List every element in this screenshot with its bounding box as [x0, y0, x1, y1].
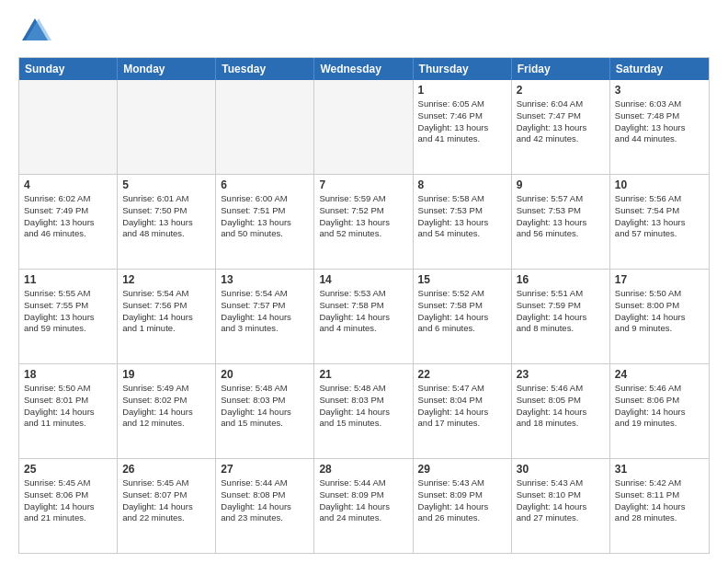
- cell-line: Daylight: 14 hours: [418, 501, 506, 513]
- cell-line: Sunset: 8:11 PM: [615, 489, 704, 501]
- cell-line: Sunrise: 6:02 AM: [24, 193, 112, 205]
- day-number: 4: [24, 178, 112, 191]
- weekday-header-sunday: Sunday: [19, 58, 118, 80]
- cell-line: Sunset: 7:52 PM: [319, 205, 407, 217]
- cell-line: and 18 minutes.: [517, 418, 605, 430]
- day-number: 22: [418, 368, 506, 381]
- cell-line: and 12 minutes.: [122, 418, 210, 430]
- calendar-row-0: 1Sunrise: 6:05 AMSunset: 7:46 PMDaylight…: [19, 80, 709, 175]
- day-number: 13: [221, 273, 309, 286]
- calendar-cell-day-28: 28Sunrise: 5:44 AMSunset: 8:09 PMDayligh…: [314, 459, 413, 553]
- day-number: 26: [122, 463, 210, 476]
- cell-line: Sunrise: 6:00 AM: [221, 193, 309, 205]
- cell-line: Sunset: 8:00 PM: [615, 300, 704, 312]
- cell-line: and 56 minutes.: [517, 228, 605, 240]
- cell-line: Sunset: 7:54 PM: [615, 205, 704, 217]
- cell-line: Daylight: 13 hours: [418, 217, 506, 229]
- day-number: 7: [319, 178, 407, 191]
- calendar-cell-day-10: 10Sunrise: 5:56 AMSunset: 7:54 PMDayligh…: [610, 175, 709, 269]
- day-number: 17: [615, 273, 704, 286]
- day-number: 8: [418, 178, 506, 191]
- calendar-cell-empty-0-0: [19, 80, 118, 174]
- cell-line: Sunset: 7:58 PM: [319, 300, 407, 312]
- calendar-row-4: 25Sunrise: 5:45 AMSunset: 8:06 PMDayligh…: [19, 459, 709, 553]
- cell-line: Sunset: 7:48 PM: [615, 110, 704, 122]
- cell-line: Sunrise: 5:53 AM: [319, 288, 407, 300]
- calendar-header: SundayMondayTuesdayWednesdayThursdayFrid…: [19, 58, 709, 80]
- weekday-header-thursday: Thursday: [414, 58, 512, 80]
- cell-line: Daylight: 14 hours: [418, 407, 506, 419]
- cell-line: Sunrise: 6:05 AM: [418, 98, 506, 110]
- cell-line: and 22 minutes.: [122, 512, 210, 524]
- weekday-header-wednesday: Wednesday: [314, 58, 413, 80]
- day-number: 10: [615, 178, 704, 191]
- cell-line: Sunrise: 5:49 AM: [122, 383, 210, 395]
- day-number: 6: [221, 178, 309, 191]
- cell-line: and 46 minutes.: [24, 228, 112, 240]
- weekday-header-monday: Monday: [118, 58, 216, 80]
- calendar-cell-empty-0-2: [216, 80, 314, 174]
- weekday-header-saturday: Saturday: [610, 58, 709, 80]
- calendar-cell-day-4: 4Sunrise: 6:02 AMSunset: 7:49 PMDaylight…: [19, 175, 118, 269]
- calendar-row-2: 11Sunrise: 5:55 AMSunset: 7:55 PMDayligh…: [19, 270, 709, 364]
- cell-line: Sunset: 8:06 PM: [615, 395, 704, 407]
- day-number: 25: [24, 463, 112, 476]
- cell-line: Sunrise: 5:55 AM: [24, 288, 112, 300]
- calendar-cell-day-22: 22Sunrise: 5:47 AMSunset: 8:04 PMDayligh…: [414, 364, 512, 458]
- cell-line: Sunrise: 5:57 AM: [517, 193, 605, 205]
- cell-line: Sunset: 7:53 PM: [517, 205, 605, 217]
- cell-line: Sunset: 7:46 PM: [418, 110, 506, 122]
- cell-line: Sunrise: 5:44 AM: [319, 477, 407, 489]
- cell-line: Sunset: 8:07 PM: [122, 489, 210, 501]
- cell-line: Sunrise: 6:03 AM: [615, 98, 704, 110]
- cell-line: and 42 minutes.: [517, 133, 605, 145]
- cell-line: Daylight: 13 hours: [221, 217, 309, 229]
- cell-line: Daylight: 14 hours: [615, 407, 704, 419]
- cell-line: Sunrise: 5:43 AM: [517, 477, 605, 489]
- cell-line: Sunrise: 5:42 AM: [615, 477, 704, 489]
- calendar-cell-day-16: 16Sunrise: 5:51 AMSunset: 7:59 PMDayligh…: [512, 270, 610, 363]
- calendar-cell-empty-0-1: [118, 80, 216, 174]
- cell-line: Sunrise: 5:46 AM: [517, 383, 605, 395]
- calendar-cell-day-2: 2Sunrise: 6:04 AMSunset: 7:47 PMDaylight…: [512, 80, 610, 174]
- cell-line: Daylight: 14 hours: [517, 407, 605, 419]
- cell-line: Sunrise: 6:01 AM: [122, 193, 210, 205]
- day-number: 30: [517, 463, 605, 476]
- cell-line: Daylight: 14 hours: [24, 407, 112, 419]
- weekday-header-friday: Friday: [512, 58, 610, 80]
- day-number: 16: [517, 273, 605, 286]
- day-number: 20: [221, 368, 309, 381]
- cell-line: Sunset: 8:10 PM: [517, 489, 605, 501]
- cell-line: and 15 minutes.: [319, 418, 407, 430]
- calendar-cell-day-9: 9Sunrise: 5:57 AMSunset: 7:53 PMDaylight…: [512, 175, 610, 269]
- calendar-body: 1Sunrise: 6:05 AMSunset: 7:46 PMDaylight…: [19, 80, 709, 553]
- calendar-cell-day-20: 20Sunrise: 5:48 AMSunset: 8:03 PMDayligh…: [216, 364, 314, 458]
- calendar-cell-day-13: 13Sunrise: 5:54 AMSunset: 7:57 PMDayligh…: [216, 270, 314, 363]
- calendar-cell-day-26: 26Sunrise: 5:45 AMSunset: 8:07 PMDayligh…: [118, 459, 216, 553]
- day-number: 1: [418, 84, 506, 97]
- cell-line: Daylight: 13 hours: [517, 217, 605, 229]
- day-number: 9: [517, 178, 605, 191]
- cell-line: Daylight: 13 hours: [24, 217, 112, 229]
- cell-line: Sunset: 8:09 PM: [418, 489, 506, 501]
- cell-line: Sunset: 7:50 PM: [122, 205, 210, 217]
- cell-line: and 17 minutes.: [418, 418, 506, 430]
- cell-line: Sunset: 8:02 PM: [122, 395, 210, 407]
- day-number: 15: [418, 273, 506, 286]
- cell-line: Sunset: 8:04 PM: [418, 395, 506, 407]
- cell-line: Daylight: 14 hours: [319, 312, 407, 324]
- cell-line: and 26 minutes.: [418, 512, 506, 524]
- day-number: 12: [122, 273, 210, 286]
- cell-line: Sunset: 7:47 PM: [517, 110, 605, 122]
- calendar-cell-day-5: 5Sunrise: 6:01 AMSunset: 7:50 PMDaylight…: [118, 175, 216, 269]
- cell-line: and 48 minutes.: [122, 228, 210, 240]
- day-number: 24: [615, 368, 704, 381]
- cell-line: Sunset: 7:59 PM: [517, 300, 605, 312]
- cell-line: Daylight: 13 hours: [319, 217, 407, 229]
- cell-line: Daylight: 14 hours: [122, 312, 210, 324]
- day-number: 28: [319, 463, 407, 476]
- weekday-header-tuesday: Tuesday: [216, 58, 314, 80]
- cell-line: Sunset: 7:56 PM: [122, 300, 210, 312]
- cell-line: Sunset: 7:53 PM: [418, 205, 506, 217]
- day-number: 11: [24, 273, 112, 286]
